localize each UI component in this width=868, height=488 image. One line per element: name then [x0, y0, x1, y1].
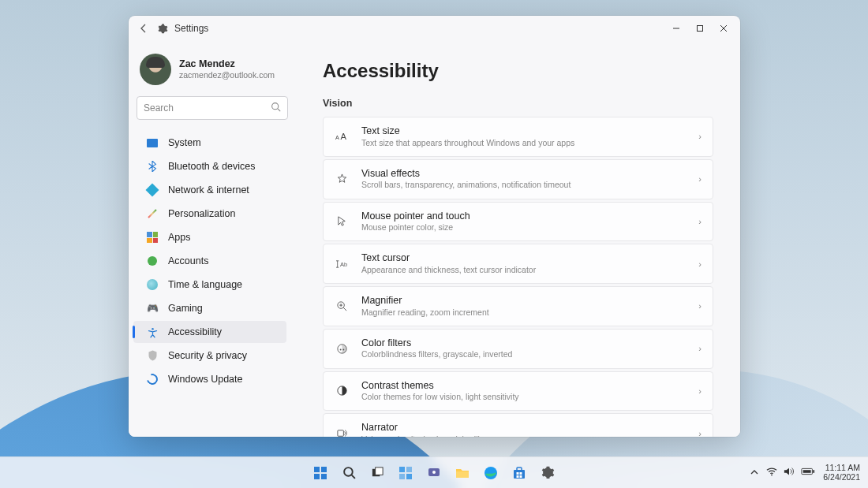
chevron-right-icon: ›	[698, 386, 702, 396]
svg-rect-25	[399, 467, 405, 472]
visual-effects-icon	[335, 172, 349, 186]
svg-rect-26	[406, 467, 412, 472]
taskbar-date: 6/24/2021	[823, 473, 860, 482]
settings-icon	[155, 21, 170, 35]
sidebar-item-windows-update[interactable]: Windows Update	[133, 368, 286, 390]
vision-list: AA Text sizeText size that appears throu…	[323, 117, 713, 437]
battery-icon[interactable]	[801, 467, 815, 479]
svg-point-13	[339, 348, 341, 350]
search-input[interactable]: Search	[137, 96, 288, 120]
chevron-right-icon: ›	[698, 217, 702, 226]
svg-rect-19	[314, 474, 320, 479]
volume-icon[interactable]	[784, 467, 795, 479]
card-title: Text size	[361, 125, 686, 138]
sidebar-item-bluetooth[interactable]: Bluetooth & devices	[133, 155, 286, 177]
sidebar-item-personalization[interactable]: Personalization	[133, 203, 286, 225]
maximize-button[interactable]	[688, 17, 712, 39]
close-button[interactable]	[712, 17, 735, 39]
store-button[interactable]	[507, 461, 531, 485]
nav-list: System Bluetooth & devices Network & int…	[129, 128, 296, 391]
svg-text:A: A	[335, 134, 339, 141]
section-vision-label: Vision	[323, 98, 713, 109]
card-contrast-themes[interactable]: Contrast themesColor themes for low visi…	[323, 371, 713, 412]
card-text-cursor[interactable]: Ab Text cursorAppearance and thickness, …	[323, 244, 713, 284]
sidebar-item-system[interactable]: System	[133, 132, 286, 154]
svg-point-4	[152, 327, 154, 330]
tray-chevron-icon[interactable]	[750, 468, 758, 478]
sidebar-item-label: Personalization	[168, 208, 235, 219]
text-cursor-icon: Ab	[335, 257, 349, 271]
sidebar: Zac Mendez zacmendez@outlook.com Search …	[129, 41, 296, 437]
card-narrator[interactable]: NarratorVoice, verbosity, keyboard, brai…	[323, 413, 713, 437]
card-desc: Text size that appears throughout Window…	[361, 138, 686, 148]
app-title: Settings	[174, 23, 208, 34]
chevron-right-icon: ›	[698, 344, 702, 353]
time-language-icon	[146, 278, 159, 291]
search-icon	[271, 102, 281, 114]
taskbar-center	[309, 461, 559, 485]
sidebar-item-apps[interactable]: Apps	[133, 226, 286, 248]
svg-rect-41	[814, 470, 815, 473]
search-button[interactable]	[337, 461, 361, 485]
sidebar-item-label: Windows Update	[168, 374, 243, 385]
sidebar-item-network[interactable]: Network & internet	[133, 179, 286, 201]
sidebar-item-label: Apps	[168, 232, 191, 243]
card-title: Narrator	[361, 422, 686, 434]
sidebar-item-time-language[interactable]: Time & language	[133, 274, 286, 296]
svg-text:A: A	[340, 132, 346, 141]
mouse-pointer-icon	[335, 214, 349, 229]
svg-point-39	[771, 475, 773, 476]
chevron-right-icon: ›	[698, 429, 702, 437]
card-desc: Scroll bars, transparency, animations, n…	[361, 180, 686, 190]
accounts-icon	[146, 255, 159, 267]
edge-button[interactable]	[479, 461, 503, 485]
sidebar-item-label: Network & internet	[168, 184, 249, 196]
chat-button[interactable]	[422, 461, 446, 485]
display-icon	[146, 136, 159, 149]
card-visual-effects[interactable]: Visual effectsScroll bars, transparency,…	[323, 159, 713, 199]
card-text-size[interactable]: AA Text sizeText size that appears throu…	[323, 117, 713, 157]
sidebar-item-security[interactable]: Security & privacy	[133, 345, 286, 367]
svg-point-2	[272, 103, 279, 110]
widgets-button[interactable]	[394, 461, 417, 485]
text-size-icon: AA	[335, 129, 349, 143]
svg-text:Ab: Ab	[340, 261, 347, 268]
profile-block[interactable]: Zac Mendez zacmendez@outlook.com	[129, 49, 296, 95]
sidebar-item-label: Accounts	[168, 255, 208, 266]
sidebar-item-label: Gaming	[168, 303, 203, 314]
taskbar: 11:11 AM 6/24/2021	[0, 456, 868, 488]
svg-line-9	[343, 307, 346, 311]
card-title: Contrast themes	[361, 380, 686, 393]
svg-rect-20	[321, 474, 327, 479]
sidebar-item-accounts[interactable]: Accounts	[133, 250, 286, 272]
card-color-filters[interactable]: Color filtersColorblindness filters, gra…	[323, 329, 713, 369]
task-view-button[interactable]	[365, 461, 389, 485]
taskbar-clock[interactable]: 11:11 AM 6/24/2021	[823, 464, 860, 482]
sidebar-item-gaming[interactable]: 🎮 Gaming	[133, 297, 286, 319]
start-button[interactable]	[309, 461, 332, 485]
wifi-icon[interactable]	[766, 467, 777, 479]
bluetooth-icon	[146, 160, 159, 173]
svg-rect-18	[321, 467, 327, 472]
sidebar-item-label: Bluetooth & devices	[168, 161, 256, 172]
magnifier-icon	[335, 299, 349, 313]
back-button[interactable]	[137, 21, 151, 35]
sidebar-item-label: Accessibility	[168, 326, 222, 337]
personalization-icon	[146, 207, 159, 220]
chevron-right-icon: ›	[698, 174, 702, 184]
card-mouse-pointer[interactable]: Mouse pointer and touchMouse pointer col…	[323, 202, 713, 242]
card-desc: Appearance and thickness, text cursor in…	[361, 265, 686, 275]
sidebar-item-accessibility[interactable]: Accessibility	[133, 321, 286, 343]
card-desc: Magnifier reading, zoom increment	[361, 307, 686, 318]
narrator-icon	[335, 427, 349, 437]
sidebar-item-label: Security & privacy	[168, 350, 247, 361]
svg-rect-17	[314, 467, 320, 472]
settings-taskbar-button[interactable]	[536, 461, 559, 485]
svg-rect-35	[517, 472, 519, 475]
avatar	[140, 54, 171, 85]
minimize-button[interactable]	[664, 17, 688, 39]
chevron-right-icon: ›	[698, 301, 702, 311]
svg-rect-36	[520, 472, 522, 475]
file-explorer-button[interactable]	[451, 461, 474, 485]
card-magnifier[interactable]: MagnifierMagnifier reading, zoom increme…	[323, 286, 713, 326]
